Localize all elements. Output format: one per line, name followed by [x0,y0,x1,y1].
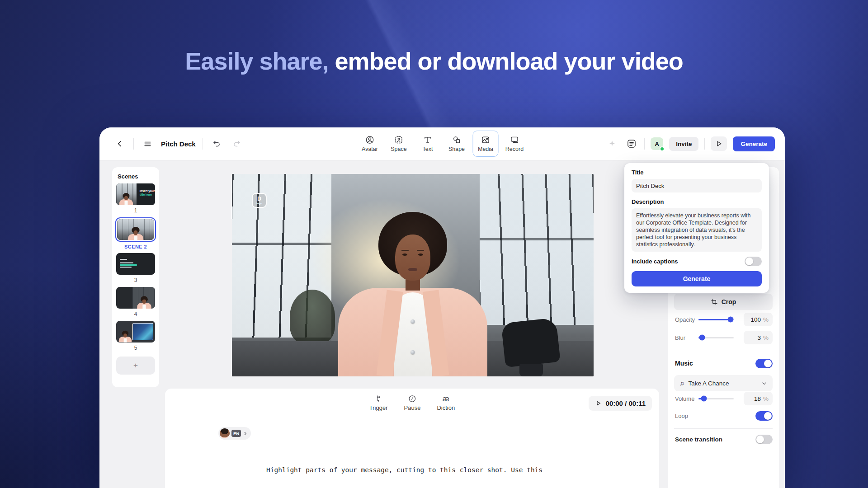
title-label: Title [632,169,762,176]
video-canvas[interactable]: D logo [232,174,594,376]
diction-label: Diction [437,404,455,411]
script-text[interactable]: Highlight parts of your message, cutting… [266,425,542,488]
generate-button-toolbar[interactable]: Generate [733,136,775,151]
tool-label: Text [423,146,433,152]
scene-thumbnail-1[interactable]: Insert your title here [116,183,155,205]
workspace-avatar[interactable]: A [651,137,663,150]
tool-label: Space [391,146,406,152]
mini-text-line [120,267,132,268]
logo-mark: D [257,197,261,202]
presenter-avatar [336,212,490,376]
blur-label: Blur [675,334,698,341]
crop-button[interactable]: Crop [674,294,773,310]
back-button[interactable] [113,137,127,150]
blur-value: 3 [757,334,761,341]
play-icon [715,140,723,148]
media-icon [481,135,491,145]
tool-media[interactable]: Media [473,131,499,157]
tool-record[interactable]: Record [502,131,528,157]
undo-icon [212,139,221,148]
scene-thumbnail-2 [117,219,154,240]
trigger-button[interactable]: Trigger [369,394,388,411]
sparkle-button[interactable] [605,137,619,150]
scenes-panel: Scenes Insert your title here 1 [112,167,159,387]
mini-text-line [120,264,137,266]
scene-number: 1 [134,205,137,217]
logo-watermark: D logo [252,193,267,208]
divider [644,138,645,150]
top-toolbar: Pitch Deck Avatar Space Text [99,127,785,160]
chevron-left-icon [115,139,124,148]
opacity-unit: % [763,316,769,323]
scene-thumbnail-5[interactable] [116,321,155,343]
music-track-dropdown[interactable]: ♫ Take A Chance [674,375,773,391]
office-chair-base [519,364,543,376]
hero-headline-rest: embed or download your video [329,47,683,75]
time-display: 00:00 / 00:11 [606,399,646,407]
workspace-initial: A [655,141,659,147]
redo-icon [232,139,241,148]
tool-shape[interactable]: Shape [444,131,470,157]
scene-number: 3 [134,275,137,287]
toolbar-left-group: Pitch Deck [113,127,244,160]
blur-row: Blur 3 % [675,331,773,344]
divider [203,138,203,150]
redo-button[interactable] [230,137,244,150]
generate-button-popover[interactable]: Generate [632,271,762,286]
scene1-caption-line1: Insert your [140,189,155,193]
blur-unit: % [763,334,769,341]
volume-slider[interactable] [698,398,734,399]
mini-presenter [118,193,134,205]
tool-space[interactable]: Space [386,131,412,157]
presenter-face [395,235,430,281]
tool-label: Record [505,146,524,152]
invite-button[interactable]: Invite [669,137,698,151]
diction-button[interactable]: æ Diction [437,394,455,411]
blur-value-box[interactable]: 3 % [744,331,773,344]
scene-transition-label: Scene transition [675,436,722,443]
pause-button[interactable]: Pause [404,394,421,411]
scene-thumbnail-3[interactable] [116,253,155,275]
office-window-right [480,174,594,325]
presenter-blazer [338,288,487,376]
tool-avatar[interactable]: Avatar [357,131,383,157]
description-textarea[interactable]: Effortlessly elevate your business repor… [632,208,762,252]
online-status-dot [660,146,665,151]
opacity-value-box[interactable]: 100 % [744,313,773,326]
speaker-language-pill[interactable]: EN [218,427,251,440]
hamburger-icon [143,140,152,148]
opacity-slider[interactable] [698,319,734,320]
loop-toggle[interactable] [755,411,773,421]
mini-text-line [120,262,133,263]
notes-button[interactable] [625,137,638,150]
volume-value-box[interactable]: 18 % [744,392,773,405]
trigger-flag-icon [374,394,383,403]
scene1-caption-line2: title here [140,193,155,197]
menu-button[interactable] [141,137,154,150]
tool-text[interactable]: Text [415,131,441,157]
scene-transition-toggle[interactable] [755,435,773,444]
scene-thumbnail-2-selected[interactable] [115,217,156,242]
add-scene-button[interactable]: + [116,357,155,375]
playback-time[interactable]: 00:00 / 00:11 [589,396,652,411]
clock-icon [408,394,416,403]
preview-play-button[interactable] [711,136,727,151]
title-input[interactable]: Pitch Deck [632,179,762,192]
include-captions-label: Include captions [632,258,678,265]
music-toggle[interactable] [755,359,773,368]
mini-presenter [127,227,144,240]
description-label: Description [632,198,762,205]
undo-button[interactable] [210,137,223,150]
tool-label: Shape [448,146,465,152]
record-icon [510,135,519,145]
volume-label: Volume [675,395,698,402]
blur-slider[interactable] [698,337,734,338]
hero-headline: Easily share, embed or download your vid… [0,47,868,75]
scene-thumbnail-4[interactable] [116,287,155,309]
speaker-avatar [220,428,230,438]
mini-text-line [120,259,127,260]
include-captions-toggle[interactable] [745,257,762,266]
scene-number: 5 [134,343,137,355]
notes-icon [626,138,637,149]
mini-presenter [118,331,132,343]
